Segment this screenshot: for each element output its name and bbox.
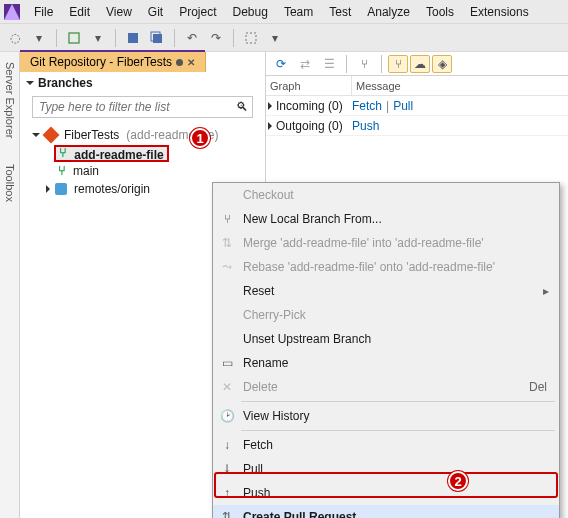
callout-1: 1: [190, 128, 210, 148]
branch-filter[interactable]: 🔍︎: [32, 96, 253, 118]
ctx-push[interactable]: ↑Push: [213, 481, 559, 505]
cloud-icon: [55, 183, 67, 195]
branch-main[interactable]: main: [32, 162, 265, 180]
history-columns: Graph Message: [266, 76, 568, 96]
select-button[interactable]: [240, 27, 262, 49]
close-icon[interactable]: ✕: [187, 57, 195, 68]
delete-icon: ✕: [213, 380, 241, 394]
vs-logo: [4, 4, 20, 20]
menu-project[interactable]: Project: [171, 2, 224, 22]
branch-current-selected[interactable]: add-readme-file: [54, 145, 169, 162]
ctx-rename[interactable]: ▭Rename: [213, 351, 559, 375]
rename-icon: ▭: [213, 356, 241, 370]
fetch-link[interactable]: Fetch: [352, 99, 382, 113]
outgoing-label: Outgoing (0): [276, 119, 343, 133]
side-tab-toolbox[interactable]: Toolbox: [2, 160, 18, 206]
menu-tools[interactable]: Tools: [418, 2, 462, 22]
ctx-merge: ⇅Merge 'add-readme-file' into 'add-readm…: [213, 231, 559, 255]
menu-team[interactable]: Team: [276, 2, 321, 22]
branch-context-menu: Checkout ⑂New Local Branch From... ⇅Merg…: [212, 182, 560, 518]
search-icon[interactable]: 🔍︎: [236, 100, 248, 114]
menubar: File Edit View Git Project Debug Team Te…: [0, 0, 568, 24]
side-tab-server-explorer[interactable]: Server Explorer: [2, 58, 18, 142]
menu-extensions[interactable]: Extensions: [462, 2, 537, 22]
dropdown-icon[interactable]: ▾: [264, 27, 286, 49]
rebase-icon: ⤳: [213, 260, 241, 274]
ctx-view-history[interactable]: 🕑View History: [213, 404, 559, 428]
merge-icon: ⇅: [213, 236, 241, 250]
outgoing-row[interactable]: Outgoing (0) Push: [266, 116, 568, 136]
branch-main-label: main: [73, 164, 99, 178]
remotes-label: remotes/origin: [74, 182, 150, 196]
menu-file[interactable]: File: [26, 2, 61, 22]
menu-git[interactable]: Git: [140, 2, 171, 22]
pull-link[interactable]: Pull: [393, 99, 413, 113]
view-remote-button[interactable]: ☁: [410, 55, 430, 73]
graph-button[interactable]: ⑂: [353, 53, 375, 75]
ctx-unset-upstream[interactable]: Unset Upstream Branch: [213, 327, 559, 351]
chevron-right-icon: [268, 122, 272, 130]
pull-icon: ⤓: [213, 462, 241, 476]
push-link[interactable]: Push: [352, 119, 379, 133]
repo-node[interactable]: FiberTests (add-readme-file): [32, 126, 265, 144]
new-button[interactable]: [63, 27, 85, 49]
menu-test[interactable]: Test: [321, 2, 359, 22]
incoming-label: Incoming (0): [276, 99, 343, 113]
ctx-fetch[interactable]: ↓Fetch: [213, 433, 559, 457]
branch-icon: ⑂: [213, 212, 241, 226]
collapse-icon: [26, 81, 34, 85]
menu-view[interactable]: View: [98, 2, 140, 22]
history-toolbar: ⟳ ⇄ ☰ ⑂ ⑂ ☁ ◈: [266, 52, 568, 76]
link-button[interactable]: ⇄: [294, 53, 316, 75]
view-tag-button[interactable]: ◈: [432, 55, 452, 73]
save-all-button[interactable]: [146, 27, 168, 49]
open-button[interactable]: ▾: [87, 27, 109, 49]
branches-header[interactable]: Branches: [20, 72, 265, 92]
view-branch-button[interactable]: ⑂: [388, 55, 408, 73]
ctx-create-pull-request[interactable]: ⇅Create Pull Request: [213, 505, 559, 518]
push-icon: ↑: [213, 486, 241, 500]
svg-rect-2: [153, 34, 162, 43]
col-graph[interactable]: Graph: [266, 76, 352, 95]
branch-filter-input[interactable]: [37, 99, 236, 115]
document-tab-title: Git Repository - FiberTests: [30, 55, 172, 69]
repo-name: FiberTests: [64, 128, 119, 142]
ctx-reset[interactable]: Reset▸: [213, 279, 559, 303]
nav-back-button[interactable]: ◌: [4, 27, 26, 49]
ctx-new-branch[interactable]: ⑂New Local Branch From...: [213, 207, 559, 231]
submenu-arrow-icon: ▸: [543, 284, 559, 298]
branch-current-label: add-readme-file: [74, 148, 163, 162]
menu-analyze[interactable]: Analyze: [359, 2, 418, 22]
ctx-rebase: ⤳Rebase 'add-readme-file' onto 'add-read…: [213, 255, 559, 279]
document-tab[interactable]: Git Repository - FiberTests ✕: [20, 52, 206, 72]
svg-rect-0: [69, 33, 79, 43]
refresh-button[interactable]: ⟳: [270, 53, 292, 75]
branch-icon: [58, 165, 70, 177]
menu-debug[interactable]: Debug: [225, 2, 276, 22]
side-tab-well: Server Explorer Toolbox: [0, 52, 20, 518]
redo-button[interactable]: ↷: [205, 27, 227, 49]
incoming-row[interactable]: Incoming (0) Fetch | Pull: [266, 96, 568, 116]
pin-icon[interactable]: [176, 59, 183, 66]
ctx-cherry-pick: Cherry-Pick: [213, 303, 559, 327]
ctx-pull[interactable]: ⤓Pull: [213, 457, 559, 481]
main-toolbar: ◌ ▾ ▾ ↶ ↷ ▾: [0, 24, 568, 52]
menu-edit[interactable]: Edit: [61, 2, 98, 22]
nav-fwd-button[interactable]: ▾: [28, 27, 50, 49]
chevron-right-icon: [46, 185, 50, 193]
filter-button[interactable]: ☰: [318, 53, 340, 75]
chevron-right-icon: [268, 102, 272, 110]
pull-request-icon: ⇅: [213, 510, 241, 518]
col-message[interactable]: Message: [352, 80, 401, 92]
svg-rect-1: [128, 33, 138, 43]
undo-button[interactable]: ↶: [181, 27, 203, 49]
callout-2: 2: [448, 471, 468, 491]
branches-header-label: Branches: [38, 76, 93, 90]
history-icon: 🕑: [213, 409, 241, 423]
save-button[interactable]: [122, 27, 144, 49]
repo-icon: [43, 127, 60, 144]
branch-icon: [59, 147, 71, 159]
svg-rect-4: [246, 33, 256, 43]
fetch-icon: ↓: [213, 438, 241, 452]
ctx-checkout: Checkout: [213, 183, 559, 207]
